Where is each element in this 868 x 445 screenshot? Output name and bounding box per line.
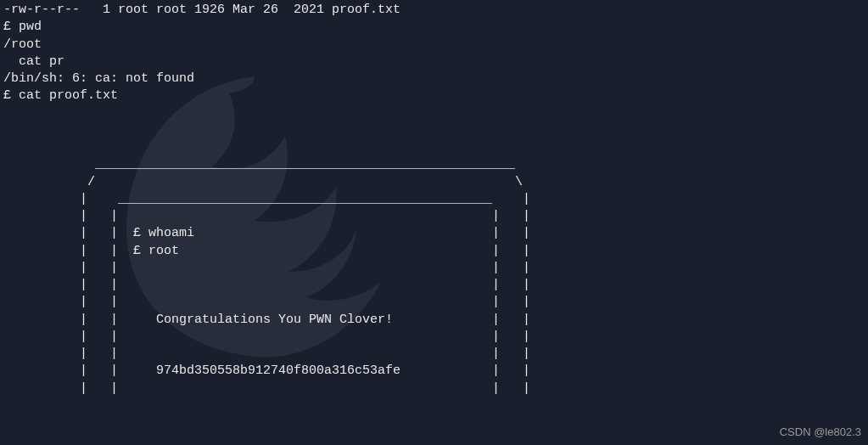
blank-line bbox=[3, 105, 865, 122]
terminal-output[interactable]: -rw-r--r-- 1 root root 1926 Mar 26 2021 … bbox=[3, 2, 865, 397]
ascii-frame-top: ________________________________________… bbox=[3, 156, 865, 173]
ascii-frame-row: | | | | bbox=[3, 294, 865, 311]
watermark-label: CSDN @le802.3 bbox=[780, 425, 861, 440]
ascii-congrats-line: | | Congratulations You PWN Clover! | | bbox=[3, 312, 865, 329]
partial-cat-line: cat pr bbox=[3, 54, 865, 70]
blank-line bbox=[3, 139, 865, 156]
ascii-frame-row: | | | | bbox=[3, 380, 865, 397]
ls-output-line: -rw-r--r-- 1 root root 1926 Mar 26 2021 … bbox=[3, 2, 865, 19]
ascii-frame-row: | | | | bbox=[3, 329, 865, 346]
blank-line bbox=[3, 122, 865, 139]
ascii-frame-row: | | | | bbox=[3, 208, 865, 225]
ascii-whoami-line: | | £ whoami | | bbox=[3, 225, 865, 242]
ascii-frame-row: | | | | bbox=[3, 277, 865, 294]
ascii-root-line: | | £ root | | bbox=[3, 243, 865, 260]
error-line: /bin/sh: 6: ca: not found bbox=[3, 70, 865, 87]
ascii-frame-row: | | | | bbox=[3, 346, 865, 363]
ascii-frame-inner-top: | ______________________________________… bbox=[3, 191, 865, 208]
pwd-output-line: /root bbox=[3, 37, 865, 54]
pwd-command-line: £ pwd bbox=[3, 19, 865, 36]
ascii-frame-row: | | | | bbox=[3, 260, 865, 277]
ascii-hash-line: | | 974bd350558b912740f800a316c53afe | | bbox=[3, 363, 865, 380]
cat-proof-command-line: £ cat proof.txt bbox=[3, 87, 865, 104]
ascii-frame-corner: / \ bbox=[3, 174, 865, 191]
